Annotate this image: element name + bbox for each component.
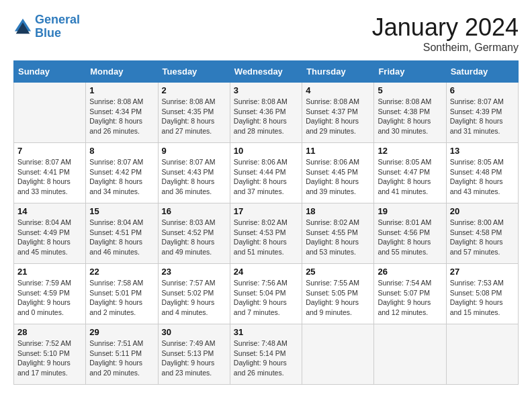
- day-number: 26: [378, 267, 442, 277]
- day-number: 11: [306, 146, 370, 156]
- title-block: January 2024 Sontheim, Germany: [372, 13, 519, 54]
- calendar-cell: 14Sunrise: 8:04 AMSunset: 4:49 PMDayligh…: [14, 203, 86, 264]
- logo-icon: [13, 17, 32, 36]
- logo: General Blue: [13, 13, 80, 40]
- day-number: 24: [234, 267, 298, 277]
- day-header-wednesday: Wednesday: [230, 61, 302, 83]
- day-info: Sunrise: 8:06 AMSunset: 4:44 PMDaylight:…: [234, 157, 298, 197]
- day-info: Sunrise: 8:00 AMSunset: 4:58 PMDaylight:…: [450, 218, 515, 257]
- calendar-cell: 8Sunrise: 8:07 AMSunset: 4:42 PMDaylight…: [86, 143, 158, 203]
- week-row-1: 1Sunrise: 8:08 AMSunset: 4:34 PMDaylight…: [14, 83, 519, 143]
- calendar-cell: [446, 324, 518, 385]
- day-info: Sunrise: 7:51 AMSunset: 5:11 PMDaylight:…: [89, 338, 154, 378]
- calendar-cell: 11Sunrise: 8:06 AMSunset: 4:45 PMDayligh…: [302, 143, 374, 203]
- day-info: Sunrise: 7:55 AMSunset: 5:05 PMDaylight:…: [306, 278, 370, 318]
- day-info: Sunrise: 8:07 AMSunset: 4:43 PMDaylight:…: [162, 157, 226, 197]
- location: Sontheim, Germany: [372, 42, 519, 54]
- page-header: General Blue January 2024 Sontheim, Germ…: [13, 13, 519, 54]
- day-info: Sunrise: 8:07 AMSunset: 4:42 PMDaylight:…: [89, 157, 154, 197]
- calendar-cell: 4Sunrise: 8:08 AMSunset: 4:37 PMDaylight…: [302, 83, 374, 143]
- calendar-cell: 29Sunrise: 7:51 AMSunset: 5:11 PMDayligh…: [86, 324, 158, 385]
- day-info: Sunrise: 8:03 AMSunset: 4:52 PMDaylight:…: [162, 218, 226, 257]
- week-row-4: 21Sunrise: 7:59 AMSunset: 4:59 PMDayligh…: [14, 264, 519, 324]
- calendar-cell: 28Sunrise: 7:52 AMSunset: 5:10 PMDayligh…: [14, 324, 86, 385]
- day-number: 2: [162, 85, 226, 95]
- calendar-cell: 9Sunrise: 8:07 AMSunset: 4:43 PMDaylight…: [158, 143, 230, 203]
- day-header-tuesday: Tuesday: [158, 61, 230, 83]
- day-info: Sunrise: 8:08 AMSunset: 4:34 PMDaylight:…: [89, 97, 154, 136]
- day-header-thursday: Thursday: [302, 61, 374, 83]
- day-number: 10: [234, 146, 298, 156]
- day-info: Sunrise: 8:02 AMSunset: 4:55 PMDaylight:…: [306, 218, 370, 257]
- day-info: Sunrise: 8:05 AMSunset: 4:47 PMDaylight:…: [378, 157, 442, 197]
- day-header-sunday: Sunday: [14, 61, 86, 83]
- calendar-cell: 10Sunrise: 8:06 AMSunset: 4:44 PMDayligh…: [230, 143, 302, 203]
- day-info: Sunrise: 7:57 AMSunset: 5:02 PMDaylight:…: [162, 278, 226, 318]
- calendar-table: SundayMondayTuesdayWednesdayThursdayFrid…: [13, 60, 519, 385]
- calendar-cell: 26Sunrise: 7:54 AMSunset: 5:07 PMDayligh…: [374, 264, 446, 324]
- calendar-cell: 30Sunrise: 7:49 AMSunset: 5:13 PMDayligh…: [158, 324, 230, 385]
- day-number: 15: [89, 206, 154, 216]
- day-header-monday: Monday: [86, 61, 158, 83]
- day-number: 1: [89, 85, 154, 95]
- calendar-cell: 22Sunrise: 7:58 AMSunset: 5:01 PMDayligh…: [86, 264, 158, 324]
- calendar-cell: 15Sunrise: 8:04 AMSunset: 4:51 PMDayligh…: [86, 203, 158, 264]
- calendar-cell: 19Sunrise: 8:01 AMSunset: 4:56 PMDayligh…: [374, 203, 446, 264]
- calendar-cell: 24Sunrise: 7:56 AMSunset: 5:04 PMDayligh…: [230, 264, 302, 324]
- calendar-cell: [302, 324, 374, 385]
- day-number: 20: [450, 206, 515, 216]
- day-info: Sunrise: 7:58 AMSunset: 5:01 PMDaylight:…: [89, 278, 154, 318]
- day-info: Sunrise: 7:54 AMSunset: 5:07 PMDaylight:…: [378, 278, 442, 318]
- day-header-friday: Friday: [374, 61, 446, 83]
- day-info: Sunrise: 7:52 AMSunset: 5:10 PMDaylight:…: [17, 338, 82, 378]
- day-number: 25: [306, 267, 370, 277]
- day-number: 13: [450, 146, 515, 156]
- day-number: 22: [89, 267, 154, 277]
- week-row-2: 7Sunrise: 8:07 AMSunset: 4:41 PMDaylight…: [14, 143, 519, 203]
- month-title: January 2024: [372, 13, 519, 42]
- day-info: Sunrise: 8:08 AMSunset: 4:36 PMDaylight:…: [234, 97, 298, 136]
- day-number: 4: [306, 85, 370, 95]
- day-info: Sunrise: 8:07 AMSunset: 4:39 PMDaylight:…: [450, 97, 515, 136]
- day-info: Sunrise: 8:08 AMSunset: 4:35 PMDaylight:…: [162, 97, 226, 136]
- day-number: 7: [17, 146, 82, 156]
- calendar-cell: 1Sunrise: 8:08 AMSunset: 4:34 PMDaylight…: [86, 83, 158, 143]
- calendar-cell: [374, 324, 446, 385]
- day-number: 29: [89, 327, 154, 337]
- day-number: 21: [17, 267, 82, 277]
- calendar-cell: 25Sunrise: 7:55 AMSunset: 5:05 PMDayligh…: [302, 264, 374, 324]
- day-info: Sunrise: 8:05 AMSunset: 4:48 PMDaylight:…: [450, 157, 515, 197]
- calendar-cell: 3Sunrise: 8:08 AMSunset: 4:36 PMDaylight…: [230, 83, 302, 143]
- day-number: 27: [450, 267, 515, 277]
- day-info: Sunrise: 7:53 AMSunset: 5:08 PMDaylight:…: [450, 278, 515, 318]
- calendar-cell: 21Sunrise: 7:59 AMSunset: 4:59 PMDayligh…: [14, 264, 86, 324]
- day-number: 31: [234, 327, 298, 337]
- day-info: Sunrise: 8:04 AMSunset: 4:49 PMDaylight:…: [17, 218, 82, 257]
- calendar-cell: 7Sunrise: 8:07 AMSunset: 4:41 PMDaylight…: [14, 143, 86, 203]
- day-number: 8: [89, 146, 154, 156]
- calendar-cell: 31Sunrise: 7:48 AMSunset: 5:14 PMDayligh…: [230, 324, 302, 385]
- calendar-cell: 18Sunrise: 8:02 AMSunset: 4:55 PMDayligh…: [302, 203, 374, 264]
- day-number: 18: [306, 206, 370, 216]
- day-info: Sunrise: 8:07 AMSunset: 4:41 PMDaylight:…: [17, 157, 82, 197]
- day-header-saturday: Saturday: [446, 61, 518, 83]
- calendar-cell: 6Sunrise: 8:07 AMSunset: 4:39 PMDaylight…: [446, 83, 518, 143]
- day-info: Sunrise: 8:01 AMSunset: 4:56 PMDaylight:…: [378, 218, 442, 257]
- day-info: Sunrise: 7:48 AMSunset: 5:14 PMDaylight:…: [234, 338, 298, 378]
- calendar-cell: 23Sunrise: 7:57 AMSunset: 5:02 PMDayligh…: [158, 264, 230, 324]
- day-info: Sunrise: 8:02 AMSunset: 4:53 PMDaylight:…: [234, 218, 298, 257]
- day-number: 28: [17, 327, 82, 337]
- calendar-cell: 27Sunrise: 7:53 AMSunset: 5:08 PMDayligh…: [446, 264, 518, 324]
- calendar-cell: 5Sunrise: 8:08 AMSunset: 4:38 PMDaylight…: [374, 83, 446, 143]
- day-number: 16: [162, 206, 226, 216]
- day-info: Sunrise: 7:49 AMSunset: 5:13 PMDaylight:…: [162, 338, 226, 378]
- day-info: Sunrise: 7:59 AMSunset: 4:59 PMDaylight:…: [17, 278, 82, 318]
- calendar-cell: 17Sunrise: 8:02 AMSunset: 4:53 PMDayligh…: [230, 203, 302, 264]
- logo-text: General Blue: [35, 13, 80, 40]
- day-number: 19: [378, 206, 442, 216]
- day-number: 3: [234, 85, 298, 95]
- week-row-3: 14Sunrise: 8:04 AMSunset: 4:49 PMDayligh…: [14, 203, 519, 264]
- calendar-cell: 20Sunrise: 8:00 AMSunset: 4:58 PMDayligh…: [446, 203, 518, 264]
- calendar-cell: 16Sunrise: 8:03 AMSunset: 4:52 PMDayligh…: [158, 203, 230, 264]
- day-number: 14: [17, 206, 82, 216]
